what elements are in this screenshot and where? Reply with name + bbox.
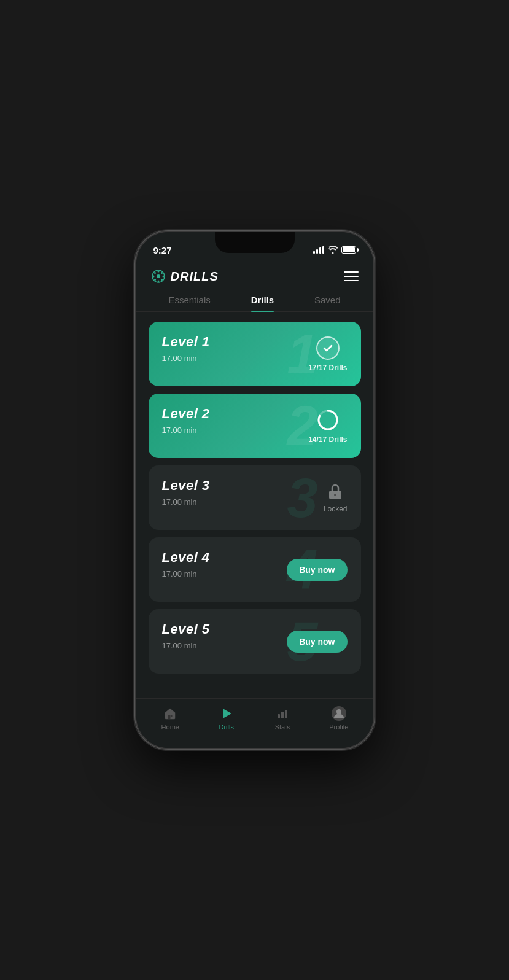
svg-point-1 xyxy=(157,274,160,278)
nav-stats[interactable]: Stats xyxy=(264,706,301,731)
profile-nav-label: Profile xyxy=(329,723,348,731)
svg-rect-15 xyxy=(171,715,173,717)
status-time: 9:27 xyxy=(153,245,172,255)
hamburger-button[interactable] xyxy=(344,271,359,281)
level-3-title: Level 3 xyxy=(162,478,348,494)
level-5-buy-button[interactable]: Buy now xyxy=(287,631,347,653)
wifi-icon xyxy=(328,246,338,254)
svg-point-2 xyxy=(157,271,159,273)
battery-icon xyxy=(341,246,356,254)
tab-saved[interactable]: Saved xyxy=(314,295,341,311)
level-4-buy-button[interactable]: Buy now xyxy=(287,559,347,581)
signal-icon xyxy=(313,246,324,254)
level-card-5[interactable]: 5 Level 5 17.00 min Buy now xyxy=(149,609,361,674)
level-card-3[interactable]: 3 Level 3 17.00 min Locked xyxy=(149,465,361,530)
screen: 9:27 xyxy=(136,232,373,748)
profile-icon xyxy=(332,706,346,721)
notch xyxy=(215,232,295,253)
level-3-duration: 17.00 min xyxy=(162,497,348,507)
home-nav-label: Home xyxy=(161,723,179,731)
level-4-status: Buy now xyxy=(287,559,347,581)
svg-point-13 xyxy=(334,494,336,496)
nav-home[interactable]: Home xyxy=(152,706,188,731)
home-icon xyxy=(163,706,177,721)
levels-list: 1 Level 1 17.00 min 17/17 Drills 2 xyxy=(136,312,373,698)
svg-rect-14 xyxy=(168,715,171,719)
svg-marker-16 xyxy=(223,709,231,718)
status-icons xyxy=(313,246,356,254)
nav-drills[interactable]: Drills xyxy=(208,706,245,731)
phone-frame: 9:27 xyxy=(135,231,375,749)
tabs-bar: Essentials Drills Saved xyxy=(136,290,373,312)
avatar xyxy=(332,706,346,721)
locked-label: Locked xyxy=(324,505,348,513)
svg-point-6 xyxy=(154,272,156,274)
level-2-drills-count: 14/17 Drills xyxy=(308,435,347,444)
tab-essentials[interactable]: Essentials xyxy=(168,295,210,311)
svg-point-8 xyxy=(161,272,163,274)
svg-rect-18 xyxy=(281,712,284,718)
completed-icon xyxy=(316,336,340,360)
level-2-status: 14/17 Drills xyxy=(308,408,347,444)
svg-rect-19 xyxy=(285,710,287,718)
drills-icon xyxy=(219,706,234,721)
bottom-nav: Home Drills Stats xyxy=(136,698,373,748)
stats-icon xyxy=(275,706,290,721)
logo-icon xyxy=(151,269,166,284)
svg-rect-17 xyxy=(278,714,280,718)
level-card-4[interactable]: 4 Level 4 17.00 min Buy now xyxy=(149,537,361,602)
svg-point-5 xyxy=(162,276,164,278)
level-5-status: Buy now xyxy=(287,631,347,653)
svg-point-7 xyxy=(161,279,163,281)
nav-profile[interactable]: Profile xyxy=(321,706,357,731)
level-3-status: Locked xyxy=(324,483,348,513)
svg-point-9 xyxy=(154,279,156,281)
level-1-drills-count: 17/17 Drills xyxy=(308,364,347,372)
svg-point-4 xyxy=(152,276,154,278)
level-1-status: 17/17 Drills xyxy=(308,336,347,372)
level-card-1[interactable]: 1 Level 1 17.00 min 17/17 Drills xyxy=(149,322,361,386)
logo: DRILLS xyxy=(151,269,219,284)
progress-ring-icon xyxy=(316,408,340,432)
stats-nav-label: Stats xyxy=(275,723,290,731)
app-header: DRILLS xyxy=(136,263,373,290)
svg-point-3 xyxy=(157,281,159,282)
lock-icon: Locked xyxy=(324,483,348,513)
drills-nav-label: Drills xyxy=(219,723,234,731)
svg-point-20 xyxy=(336,709,341,714)
logo-text: DRILLS xyxy=(171,270,219,284)
tab-drills[interactable]: Drills xyxy=(251,295,274,311)
level-card-2[interactable]: 2 Level 2 17.00 min 14/17 Drills xyxy=(149,394,361,458)
